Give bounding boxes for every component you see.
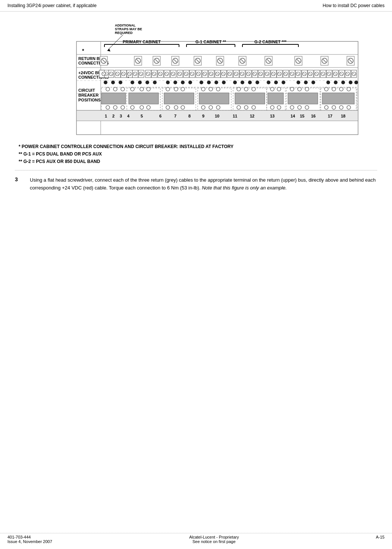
svg-point-124 <box>181 106 185 109</box>
svg-point-96 <box>326 81 330 84</box>
svg-point-88 <box>248 81 252 84</box>
svg-point-81 <box>188 81 192 84</box>
step-number: 3 <box>15 176 30 192</box>
svg-text:16: 16 <box>311 114 316 118</box>
svg-text:G-2 CABINET ***: G-2 CABINET *** <box>254 40 287 44</box>
svg-point-123 <box>174 106 178 109</box>
svg-text:CIRCUIT: CIRCUIT <box>78 88 95 92</box>
svg-point-97 <box>334 81 338 84</box>
header-right: How to install DC power cables <box>323 3 385 8</box>
svg-point-106 <box>106 106 110 109</box>
svg-text:ADDITIONAL: ADDITIONAL <box>115 23 136 27</box>
svg-point-150 <box>305 87 309 91</box>
svg-text:8: 8 <box>188 114 191 118</box>
svg-point-74 <box>131 81 134 84</box>
svg-text:*: * <box>128 76 129 80</box>
svg-rect-151 <box>288 93 318 104</box>
svg-point-140 <box>252 106 255 109</box>
svg-point-157 <box>332 87 336 91</box>
svg-point-102 <box>106 87 110 91</box>
svg-point-127 <box>209 87 213 91</box>
svg-point-132 <box>216 106 220 109</box>
svg-point-142 <box>270 87 274 91</box>
svg-point-138 <box>237 106 241 109</box>
note-3: ** G-2 = PCS AUX OR 850 DUAL BAND <box>19 159 373 164</box>
footer-left: 401-703-444 Issue 4, November 2007 <box>7 535 52 544</box>
svg-point-146 <box>277 106 281 109</box>
svg-text:5: 5 <box>141 114 143 118</box>
svg-point-122 <box>166 106 170 109</box>
svg-point-71 <box>104 81 107 84</box>
svg-point-118 <box>166 87 170 91</box>
svg-point-110 <box>131 87 134 91</box>
svg-text:POSITIONS: POSITIONS <box>78 98 101 102</box>
svg-point-108 <box>121 106 125 109</box>
svg-point-78 <box>166 81 170 84</box>
svg-point-163 <box>339 106 343 109</box>
svg-point-90 <box>267 81 270 84</box>
svg-point-130 <box>201 106 205 109</box>
step-text: Using a flat head screwdriver, connect e… <box>30 176 377 192</box>
svg-point-99 <box>349 81 352 84</box>
svg-point-80 <box>181 81 185 84</box>
step-text-italic: Note that this figure is only an example… <box>202 185 287 191</box>
note-2: ** G-1 = PCS DUAL BAND OR PCS AUX <box>19 151 373 157</box>
page-header: Installing 3GP24i power cabinet, if appl… <box>0 0 392 12</box>
footer-company: Alcatel-Lucent - Proprietary <box>189 535 239 539</box>
svg-point-87 <box>241 81 244 84</box>
svg-point-120 <box>181 87 185 91</box>
footer-issue: Issue 4, November 2007 <box>7 539 52 544</box>
svg-point-126 <box>201 87 205 91</box>
svg-point-136 <box>252 87 255 91</box>
svg-text:STRAPS MAY BE: STRAPS MAY BE <box>115 27 142 31</box>
svg-text:BREAKER: BREAKER <box>78 93 98 97</box>
svg-text:6: 6 <box>159 114 161 118</box>
svg-point-156 <box>324 87 328 91</box>
svg-text:4: 4 <box>127 114 130 118</box>
svg-point-98 <box>341 81 345 84</box>
svg-point-72 <box>111 81 115 84</box>
svg-rect-144 <box>268 93 283 104</box>
svg-point-82 <box>200 81 203 84</box>
svg-point-111 <box>140 87 144 91</box>
svg-point-145 <box>270 106 274 109</box>
svg-point-100 <box>354 81 358 84</box>
svg-point-128 <box>216 87 220 91</box>
svg-text:G-1 CABINET **: G-1 CABINET ** <box>195 40 226 44</box>
svg-point-104 <box>121 87 125 91</box>
svg-point-148 <box>290 87 294 91</box>
svg-point-73 <box>119 81 122 84</box>
svg-text:9: 9 <box>202 114 204 118</box>
svg-point-77 <box>153 81 157 84</box>
svg-text:7: 7 <box>174 114 176 118</box>
section-divider <box>15 170 377 170</box>
svg-point-131 <box>209 106 213 109</box>
notes-section: * POWER CABINET CONTROLLER CONNECTION AN… <box>15 144 377 164</box>
cabinet-diagram-svg: PRIMARY CABINET G-1 CABINET ** G-2 CABIN… <box>15 19 362 138</box>
footer-notice: See notice on first page <box>189 539 239 544</box>
svg-point-76 <box>145 81 149 84</box>
svg-point-89 <box>255 81 259 84</box>
svg-point-152 <box>290 106 294 109</box>
svg-rect-113 <box>129 93 159 104</box>
svg-rect-129 <box>199 93 229 104</box>
svg-rect-105 <box>101 93 126 104</box>
svg-point-153 <box>298 106 301 109</box>
svg-point-94 <box>304 81 308 84</box>
footer-right: A-15 <box>376 535 385 544</box>
note-1: * POWER CABINET CONTROLLER CONNECTION AN… <box>19 144 373 149</box>
svg-text:11: 11 <box>233 114 237 118</box>
svg-point-158 <box>339 87 343 91</box>
svg-text:15: 15 <box>300 114 304 118</box>
page-footer: 401-703-444 Issue 4, November 2007 Alcat… <box>0 533 392 545</box>
svg-text:1: 1 <box>105 114 107 118</box>
main-content: PRIMARY CABINET G-1 CABINET ** G-2 CABIN… <box>0 12 392 204</box>
svg-text:13: 13 <box>270 114 275 118</box>
step-3-section: 3 Using a flat head screwdriver, connect… <box>15 176 377 192</box>
svg-point-149 <box>298 87 301 91</box>
svg-text:3: 3 <box>120 114 122 118</box>
svg-point-135 <box>244 87 248 91</box>
svg-point-75 <box>138 81 142 84</box>
svg-point-95 <box>311 81 315 84</box>
footer-center: Alcatel-Lucent - Proprietary See notice … <box>189 535 239 544</box>
